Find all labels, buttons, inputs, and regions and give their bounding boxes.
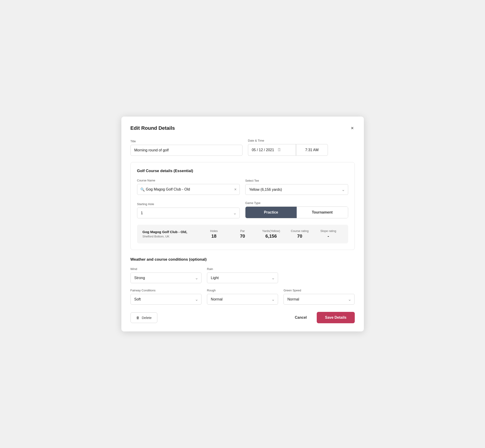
course-rating-stat: Course rating 70	[285, 229, 314, 239]
starting-hole-label: Starting Hole	[137, 202, 240, 206]
course-info-name: Gog Magog Golf Club - Old, Shelford Bott…	[143, 230, 200, 238]
calendar-icon: 🗓	[277, 147, 282, 152]
date-value: 05 / 12 / 2021	[252, 148, 274, 152]
conditions-section: Weather and course conditions (optional)…	[130, 257, 355, 304]
search-icon: 🔍	[140, 187, 145, 192]
clear-course-icon[interactable]: ×	[234, 187, 237, 192]
title-datetime-row: Title Date & Time 05 / 12 / 2021 🗓 7:31 …	[130, 139, 355, 156]
fairway-select[interactable]: SoftNormalHard	[130, 294, 202, 304]
edit-round-modal: Edit Round Details × Title Date & Time 0…	[121, 117, 364, 331]
course-rating-value: 70	[285, 233, 314, 239]
time-display[interactable]: 7:31 AM	[296, 144, 328, 156]
course-location: Shelford Bottom, UK	[143, 235, 200, 238]
course-name-group: Course Name 🔍 ×	[137, 179, 240, 195]
close-button[interactable]: ×	[350, 125, 355, 132]
game-type-group: Game Type Practice Tournament	[245, 201, 348, 218]
golf-course-heading: Golf Course details (Essential)	[137, 169, 348, 173]
course-name-search-wrapper: 🔍 ×	[137, 184, 240, 195]
green-speed-select[interactable]: SlowNormalFast	[283, 294, 355, 304]
save-button[interactable]: Save Details	[317, 312, 355, 323]
title-input[interactable]	[130, 145, 242, 156]
delete-button[interactable]: 🗑 Delete	[130, 312, 157, 323]
game-type-toggle: Practice Tournament	[245, 207, 348, 218]
course-name-input[interactable]	[137, 184, 240, 195]
fairway-label: Fairway Conditions	[130, 289, 202, 292]
wind-rain-row: Wind NoneLightModerateStrong ⌄ Rain None…	[130, 267, 355, 283]
tee-select-wrapper: Yellow (6,156 yards) White Red Blue ⌄	[245, 184, 348, 195]
modal-header: Edit Round Details ×	[130, 125, 355, 132]
footer-row: 🗑 Delete Cancel Save Details	[130, 312, 355, 323]
yards-value: 6,156	[257, 233, 285, 239]
modal-title: Edit Round Details	[130, 125, 175, 131]
datetime-label: Date & Time	[248, 139, 355, 142]
course-rating-label: Course rating	[285, 229, 314, 233]
wind-select[interactable]: NoneLightModerateStrong	[130, 272, 202, 283]
holes-value: 18	[200, 233, 228, 239]
game-type-label: Game Type	[245, 201, 348, 205]
slope-rating-value: -	[314, 233, 343, 239]
starting-hole-select[interactable]: 1234 5678 910	[137, 208, 240, 218]
holes-stat: Holes 18	[200, 229, 228, 239]
green-speed-label: Green Speed	[283, 289, 355, 292]
course-tee-row: Course Name 🔍 × Select Tee Yellow (6,156…	[137, 179, 348, 195]
green-speed-select-wrapper: SlowNormalFast ⌄	[283, 294, 355, 304]
cancel-button[interactable]: Cancel	[290, 312, 311, 323]
tournament-button[interactable]: Tournament	[297, 207, 348, 218]
time-value: 7:31 AM	[305, 148, 319, 152]
hole-select-wrapper: 1234 5678 910 ⌄	[137, 208, 240, 218]
par-stat: Par 70	[228, 229, 257, 239]
wind-select-wrapper: NoneLightModerateStrong ⌄	[130, 272, 202, 283]
yards-label: Yards(Yellow)	[257, 229, 285, 233]
wind-field: Wind NoneLightModerateStrong ⌄	[130, 267, 202, 283]
date-display[interactable]: 05 / 12 / 2021 🗓	[248, 144, 296, 156]
practice-button[interactable]: Practice	[245, 207, 297, 218]
select-tee-group: Select Tee Yellow (6,156 yards) White Re…	[245, 179, 348, 195]
course-name-label: Course Name	[137, 179, 240, 182]
footer-right: Cancel Save Details	[290, 312, 355, 323]
course-full-name: Gog Magog Golf Club - Old,	[143, 230, 200, 234]
trash-icon: 🗑	[136, 316, 140, 320]
fairway-select-wrapper: SoftNormalHard ⌄	[130, 294, 202, 304]
wind-label: Wind	[130, 267, 202, 271]
tee-select[interactable]: Yellow (6,156 yards) White Red Blue	[245, 184, 348, 195]
fairway-field: Fairway Conditions SoftNormalHard ⌄	[130, 289, 202, 304]
title-field-group: Title	[130, 140, 242, 156]
rain-select-wrapper: NoneLightModerateHeavy ⌄	[207, 272, 278, 283]
hole-gametype-row: Starting Hole 1234 5678 910 ⌄ Game Type …	[137, 201, 348, 218]
rough-label: Rough	[207, 289, 278, 292]
slope-rating-stat: Slope rating -	[314, 229, 343, 239]
delete-label: Delete	[142, 316, 152, 320]
fairway-rough-green-row: Fairway Conditions SoftNormalHard ⌄ Roug…	[130, 289, 355, 304]
course-info-bar: Gog Magog Golf Club - Old, Shelford Bott…	[137, 225, 348, 243]
title-label: Title	[130, 140, 242, 143]
slope-rating-label: Slope rating	[314, 229, 343, 233]
starting-hole-group: Starting Hole 1234 5678 910 ⌄	[137, 202, 240, 218]
select-tee-label: Select Tee	[245, 179, 348, 182]
conditions-heading: Weather and course conditions (optional)	[130, 257, 355, 262]
date-time-inputs: 05 / 12 / 2021 🗓 7:31 AM	[248, 144, 355, 156]
par-value: 70	[228, 233, 257, 239]
green-speed-field: Green Speed SlowNormalFast ⌄	[283, 289, 355, 304]
par-label: Par	[228, 229, 257, 233]
rain-label: Rain	[207, 267, 278, 271]
holes-label: Holes	[200, 229, 228, 233]
yards-stat: Yards(Yellow) 6,156	[257, 229, 285, 239]
datetime-field-group: Date & Time 05 / 12 / 2021 🗓 7:31 AM	[248, 139, 355, 156]
golf-course-section: Golf Course details (Essential) Course N…	[130, 162, 355, 250]
rough-select[interactable]: SoftNormalHard	[207, 294, 278, 304]
rough-field: Rough SoftNormalHard ⌄	[207, 289, 278, 304]
rain-select[interactable]: NoneLightModerateHeavy	[207, 272, 278, 283]
rough-select-wrapper: SoftNormalHard ⌄	[207, 294, 278, 304]
rain-field: Rain NoneLightModerateHeavy ⌄	[207, 267, 278, 283]
